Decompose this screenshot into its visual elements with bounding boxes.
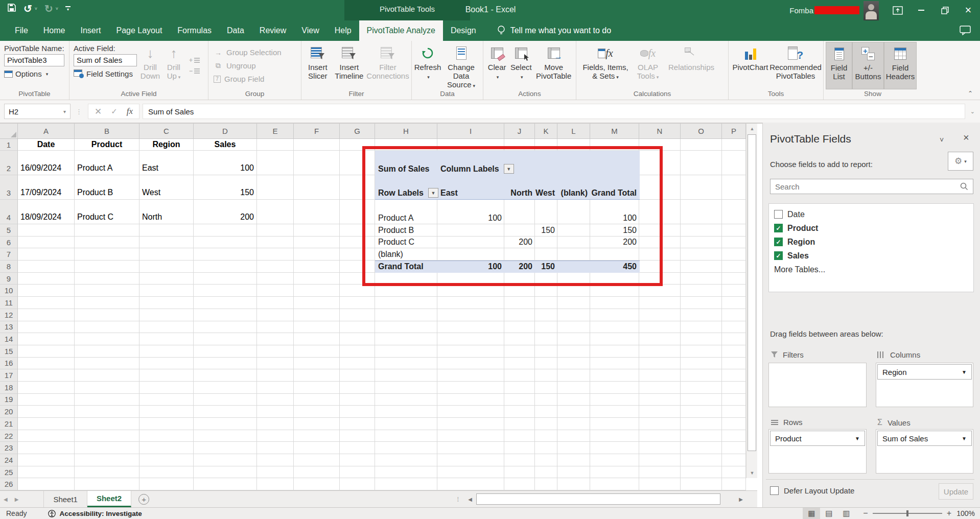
cell-A19[interactable] — [18, 394, 75, 406]
cell-E2[interactable] — [257, 151, 294, 175]
cell-L13[interactable] — [557, 321, 590, 334]
cell-O9[interactable] — [681, 273, 722, 285]
cell-C10[interactable] — [139, 285, 194, 297]
cell-H22[interactable] — [375, 430, 437, 442]
cell-M17[interactable] — [590, 369, 639, 382]
horizontal-scroll-thumb[interactable] — [476, 493, 720, 505]
row-header-10[interactable]: 10 — [0, 285, 18, 297]
cell-O7[interactable] — [681, 248, 722, 261]
cell-L16[interactable] — [557, 358, 590, 370]
cell-F12[interactable] — [294, 309, 340, 321]
cell-P18[interactable] — [722, 382, 746, 394]
cell-M26[interactable] — [590, 478, 639, 490]
cell-F19[interactable] — [294, 394, 340, 406]
cell-A11[interactable] — [18, 297, 75, 309]
more-tables-link[interactable]: More Tables... — [774, 263, 968, 276]
scroll-left-icon[interactable]: ◀ — [464, 493, 476, 505]
cell-C4[interactable]: North — [139, 200, 194, 224]
cell-B11[interactable] — [75, 297, 139, 309]
cell-N19[interactable] — [639, 394, 681, 406]
row-header-11[interactable]: 11 — [0, 297, 18, 309]
cell-L21[interactable] — [557, 418, 590, 430]
cell-N17[interactable] — [639, 369, 681, 382]
cell-A7[interactable] — [18, 248, 75, 261]
cell-I16[interactable] — [437, 358, 504, 370]
cell-G14[interactable] — [340, 333, 375, 345]
cell-C20[interactable] — [139, 406, 194, 418]
minimize-button[interactable] — [909, 0, 933, 20]
sheet-tab-sheet2[interactable]: Sheet2 — [87, 491, 131, 507]
cell-E12[interactable] — [257, 309, 294, 321]
cell-N21[interactable] — [639, 418, 681, 430]
cell-C15[interactable] — [139, 345, 194, 358]
cell-D6[interactable] — [194, 237, 257, 249]
row-header-4[interactable]: 4 — [0, 200, 18, 224]
cell-J24[interactable] — [504, 454, 535, 466]
cell-D20[interactable] — [194, 406, 257, 418]
column-header-F[interactable]: F — [294, 124, 340, 139]
cell-F13[interactable] — [294, 321, 340, 334]
row-header-20[interactable]: 20 — [0, 406, 18, 418]
cell-O15[interactable] — [681, 345, 722, 358]
cell-B23[interactable] — [75, 442, 139, 454]
cell-G17[interactable] — [340, 369, 375, 382]
row-header-12[interactable]: 12 — [0, 309, 18, 321]
scrollbar-resize-handle[interactable]: ⁞ — [457, 496, 459, 503]
cell-J13[interactable] — [504, 321, 535, 334]
cell-D10[interactable] — [194, 285, 257, 297]
cell-D2[interactable]: 100 — [194, 151, 257, 175]
field-checkbox-sales[interactable]: ✓ — [774, 251, 783, 260]
cell-M23[interactable] — [590, 442, 639, 454]
cell-D26[interactable] — [194, 478, 257, 490]
pill-dropdown-icon[interactable]: ▼ — [962, 369, 967, 375]
tab-insert[interactable]: Insert — [73, 20, 108, 41]
cell-E9[interactable] — [257, 273, 294, 285]
cell-M22[interactable] — [590, 430, 639, 442]
pivottable-name-input[interactable]: PivotTable3 — [4, 54, 64, 66]
cell-G11[interactable] — [340, 297, 375, 309]
cell-I22[interactable] — [437, 430, 504, 442]
cell-E26[interactable] — [257, 478, 294, 490]
row-header-8[interactable]: 8 — [0, 261, 18, 273]
cell-J12[interactable] — [504, 309, 535, 321]
insert-function-icon[interactable]: fx — [127, 106, 133, 116]
cell-K17[interactable] — [535, 369, 557, 382]
cell-G16[interactable] — [340, 358, 375, 370]
cell-B12[interactable] — [75, 309, 139, 321]
refresh-button[interactable]: Refresh▾ — [414, 42, 441, 89]
select-all-corner[interactable] — [0, 124, 18, 139]
cell-O10[interactable] — [681, 285, 722, 297]
cell-P22[interactable] — [722, 430, 746, 442]
cell-M11[interactable] — [590, 297, 639, 309]
cell-P25[interactable] — [722, 466, 746, 479]
cell-A1[interactable]: Date — [18, 139, 75, 151]
cell-N10[interactable] — [639, 285, 681, 297]
cell-F25[interactable] — [294, 466, 340, 479]
cell-K26[interactable] — [535, 478, 557, 490]
cell-K14[interactable] — [535, 333, 557, 345]
user-name[interactable]: Fomba — [789, 6, 813, 15]
cell-J16[interactable] — [504, 358, 535, 370]
cell-A13[interactable] — [18, 321, 75, 334]
cell-O11[interactable] — [681, 297, 722, 309]
cell-H14[interactable] — [375, 333, 437, 345]
cell-F20[interactable] — [294, 406, 340, 418]
cell-B14[interactable] — [75, 333, 139, 345]
cell-K10[interactable] — [535, 285, 557, 297]
select-button[interactable]: Select▾ — [508, 42, 533, 89]
cell-C24[interactable] — [139, 454, 194, 466]
cell-H17[interactable] — [375, 369, 437, 382]
cell-E16[interactable] — [257, 358, 294, 370]
cell-E4[interactable] — [257, 200, 294, 224]
sheet-nav-prev-icon[interactable]: ◀ — [0, 497, 11, 502]
cell-A18[interactable] — [18, 382, 75, 394]
tab-pivottable-analyze[interactable]: PivotTable Analyze — [359, 20, 443, 41]
horizontal-scrollbar[interactable]: ◀ ▶ — [464, 492, 747, 506]
cell-L11[interactable] — [557, 297, 590, 309]
cell-P7[interactable] — [722, 248, 746, 261]
cell-D7[interactable] — [194, 248, 257, 261]
cell-N23[interactable] — [639, 442, 681, 454]
customize-qat-icon[interactable]: ▾ — [65, 6, 71, 11]
cell-A23[interactable] — [18, 442, 75, 454]
row-header-6[interactable]: 6 — [0, 237, 18, 249]
